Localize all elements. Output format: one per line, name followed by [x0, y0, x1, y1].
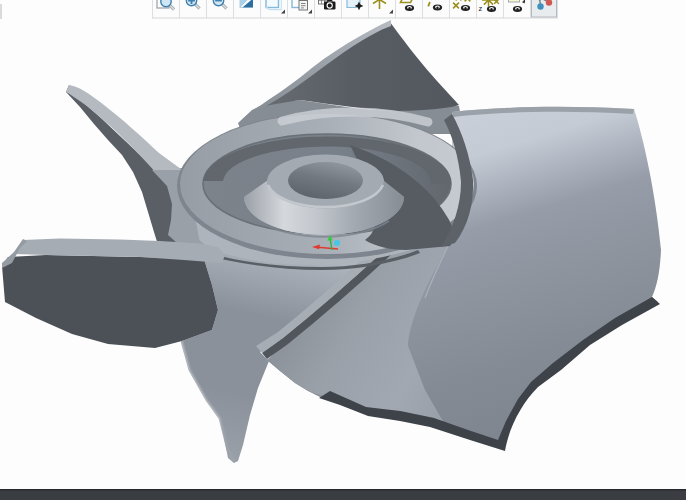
svg-text:z: z — [479, 4, 483, 13]
